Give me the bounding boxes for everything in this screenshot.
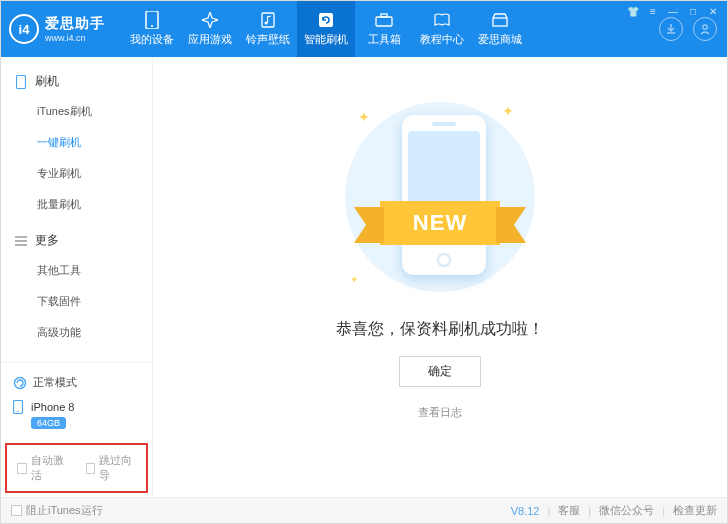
book-icon	[433, 11, 451, 29]
success-title: 恭喜您，保资料刷机成功啦！	[336, 319, 544, 340]
nav-label: 铃声壁纸	[246, 32, 290, 47]
svg-point-8	[703, 25, 707, 29]
nav-tutorials[interactable]: 教程中心	[413, 1, 471, 57]
sidebar-section-title: 更多	[35, 232, 59, 249]
sidebar-section-more[interactable]: 更多	[1, 226, 152, 255]
nav-shop[interactable]: 爱思商城	[471, 1, 529, 57]
refresh-icon	[317, 11, 335, 29]
device-model-row[interactable]: iPhone 8	[11, 394, 142, 414]
checkbox-block-itunes[interactable]: 阻止iTunes运行	[11, 503, 103, 518]
app-site: www.i4.cn	[45, 33, 105, 43]
profile-button[interactable]	[693, 17, 717, 41]
minimize-icon[interactable]: —	[667, 5, 679, 17]
nav-my-device[interactable]: 我的设备	[123, 1, 181, 57]
nav-toolbox[interactable]: 工具箱	[355, 1, 413, 57]
support-link[interactable]: 客服	[558, 503, 580, 518]
wechat-link[interactable]: 微信公众号	[599, 503, 654, 518]
music-icon	[259, 11, 277, 29]
device-panel: 正常模式 iPhone 8 64GB	[1, 362, 152, 437]
checkbox-auto-activate[interactable]: 自动激活	[17, 453, 68, 483]
device-storage-badge: 64GB	[31, 417, 66, 429]
phone-icon	[143, 11, 161, 29]
close-icon[interactable]: ✕	[707, 5, 719, 17]
main-content: ✦ ✦ ✦ NEW 恭喜您，保资料刷机成功啦！ 确定 查看日志	[153, 57, 727, 497]
new-ribbon-icon: NEW	[330, 199, 550, 247]
checkbox-icon	[17, 463, 27, 474]
nav-label: 应用游戏	[188, 32, 232, 47]
device-mode[interactable]: 正常模式	[11, 371, 142, 394]
nav-label: 智能刷机	[304, 32, 348, 47]
check-update-link[interactable]: 检查更新	[673, 503, 717, 518]
svg-point-10	[15, 377, 26, 388]
nav-flash[interactable]: 智能刷机	[297, 1, 355, 57]
svg-rect-6	[381, 14, 387, 17]
logo: i4 爱思助手 www.i4.cn	[9, 14, 105, 44]
success-illustration: ✦ ✦ ✦ NEW	[330, 97, 550, 297]
version-label: V8.12	[511, 505, 540, 517]
mode-icon	[13, 376, 27, 390]
logo-badge-icon: i4	[9, 14, 39, 44]
checkbox-icon	[86, 463, 96, 474]
list-icon	[15, 235, 27, 247]
sparkle-icon: ✦	[358, 109, 370, 125]
sidebar-item-oneclick-flash[interactable]: 一键刷机	[37, 127, 152, 158]
maximize-icon[interactable]: □	[687, 5, 699, 17]
top-nav: 我的设备 应用游戏 铃声壁纸 智能刷机 工具箱 教程中心	[123, 1, 529, 57]
sidebar: 刷机 iTunes刷机 一键刷机 专业刷机 批量刷机 更多 其他工具 下载固件 …	[1, 57, 153, 497]
app-name: 爱思助手	[45, 15, 105, 33]
sidebar-section-flash[interactable]: 刷机	[1, 67, 152, 96]
svg-rect-5	[376, 17, 392, 26]
user-icon	[699, 23, 711, 35]
sparkle-icon: ✦	[502, 103, 514, 119]
svg-point-12	[17, 411, 19, 413]
menu-icon[interactable]: ≡	[647, 5, 659, 17]
sidebar-section-title: 刷机	[35, 73, 59, 90]
checkbox-skip-guide[interactable]: 跳过向导	[86, 453, 137, 483]
view-log-link[interactable]: 查看日志	[418, 405, 462, 420]
window-controls: 👕 ≡ — □ ✕	[627, 5, 719, 17]
app-header: 👕 ≡ — □ ✕ i4 爱思助手 www.i4.cn 我的设备 应用游戏	[1, 1, 727, 57]
nav-label: 工具箱	[368, 32, 401, 47]
sidebar-item-batch-flash[interactable]: 批量刷机	[37, 189, 152, 220]
checkbox-icon	[11, 505, 22, 516]
status-bar: 阻止iTunes运行 V8.12 | 客服 | 微信公众号 | 检查更新	[1, 497, 727, 523]
sidebar-item-download-firmware[interactable]: 下载固件	[37, 286, 152, 317]
sparkle-icon: ✦	[350, 274, 358, 285]
svg-rect-9	[17, 75, 26, 88]
sidebar-item-pro-flash[interactable]: 专业刷机	[37, 158, 152, 189]
checkbox-label: 阻止iTunes运行	[26, 503, 103, 518]
svg-rect-7	[493, 18, 507, 26]
apps-icon	[201, 11, 219, 29]
nav-apps[interactable]: 应用游戏	[181, 1, 239, 57]
device-mode-label: 正常模式	[33, 375, 77, 390]
highlighted-options: 自动激活 跳过向导	[5, 443, 148, 493]
toolbox-icon	[375, 11, 393, 29]
download-icon	[665, 23, 677, 35]
shirt-icon[interactable]: 👕	[627, 5, 639, 17]
device-phone-icon	[11, 400, 25, 414]
phone-illustration-icon	[402, 115, 486, 275]
sidebar-item-other-tools[interactable]: 其他工具	[37, 255, 152, 286]
phone-outline-icon	[15, 76, 27, 88]
nav-label: 爱思商城	[478, 32, 522, 47]
device-model: iPhone 8	[31, 401, 74, 413]
download-button[interactable]	[659, 17, 683, 41]
nav-label: 我的设备	[130, 32, 174, 47]
sidebar-item-advanced[interactable]: 高级功能	[37, 317, 152, 348]
nav-label: 教程中心	[420, 32, 464, 47]
checkbox-label: 自动激活	[31, 453, 68, 483]
svg-point-1	[151, 25, 153, 27]
checkbox-label: 跳过向导	[99, 453, 136, 483]
nav-ringtones[interactable]: 铃声壁纸	[239, 1, 297, 57]
shop-icon	[491, 11, 509, 29]
sidebar-item-itunes-flash[interactable]: iTunes刷机	[37, 96, 152, 127]
confirm-button[interactable]: 确定	[399, 356, 481, 387]
